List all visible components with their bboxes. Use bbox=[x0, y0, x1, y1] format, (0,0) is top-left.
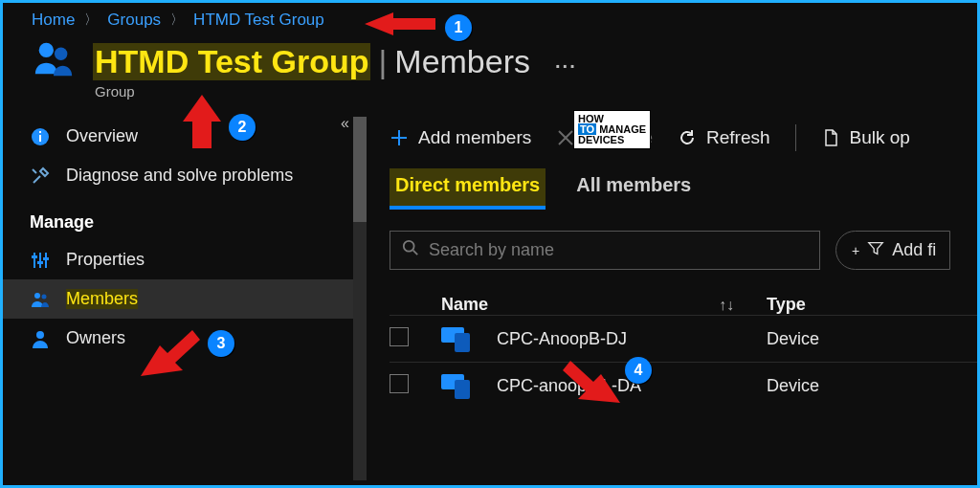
search-input[interactable] bbox=[429, 240, 808, 260]
watermark-logo: HOW TO MANAGE DEVICES bbox=[573, 110, 651, 149]
svg-rect-16 bbox=[455, 333, 470, 352]
wrench-icon bbox=[30, 166, 51, 186]
refresh-button[interactable]: Refresh bbox=[678, 127, 770, 148]
breadcrumb-groups[interactable]: Groups bbox=[107, 11, 161, 30]
svg-rect-8 bbox=[32, 255, 37, 258]
sidebar-item-label: Overview bbox=[66, 126, 138, 146]
svg-rect-6 bbox=[39, 253, 41, 268]
sidebar-item-diagnose[interactable]: Diagnose and solve problems bbox=[3, 156, 367, 195]
row-checkbox[interactable] bbox=[390, 374, 409, 393]
search-icon bbox=[402, 239, 419, 261]
add-members-button[interactable]: Add members bbox=[390, 127, 531, 148]
sidebar-item-label: Members bbox=[66, 289, 138, 309]
member-name: CPC-anoopb-L-DA bbox=[497, 376, 641, 396]
svg-point-0 bbox=[39, 43, 54, 57]
sidebar-item-label: Owners bbox=[66, 328, 125, 348]
svg-point-14 bbox=[404, 241, 414, 252]
chevron-right-icon: 〉 bbox=[84, 11, 98, 29]
search-input-wrapper[interactable] bbox=[390, 231, 820, 270]
toolbar-separator bbox=[795, 124, 796, 151]
sidebar-item-members[interactable]: Members bbox=[3, 279, 367, 319]
info-icon bbox=[30, 127, 51, 146]
breadcrumb: Home 〉 Groups 〉 HTMD Test Group bbox=[3, 3, 977, 33]
sidebar: « Overview Diagnose and solve problems M… bbox=[3, 117, 367, 480]
button-label: Refresh bbox=[706, 127, 770, 148]
sidebar-item-owners[interactable]: Owners bbox=[3, 319, 367, 358]
tab-direct-members[interactable]: Direct members bbox=[390, 168, 546, 210]
svg-rect-4 bbox=[39, 131, 41, 133]
svg-rect-10 bbox=[43, 257, 49, 260]
page-title: HTMD Test Group bbox=[93, 43, 370, 80]
sliders-icon bbox=[30, 251, 51, 270]
column-type[interactable]: Type bbox=[767, 295, 977, 315]
sidebar-item-label: Diagnose and solve problems bbox=[66, 166, 293, 186]
button-label: Bulk op bbox=[850, 127, 910, 148]
annotation-badge: 2 bbox=[229, 114, 256, 141]
svg-point-11 bbox=[34, 293, 40, 299]
device-icon bbox=[441, 325, 474, 352]
plus-icon bbox=[390, 128, 409, 147]
add-filter-button[interactable]: + Add fi bbox=[835, 231, 950, 270]
more-button[interactable]: ··· bbox=[555, 55, 577, 78]
svg-point-13 bbox=[36, 331, 44, 339]
column-name[interactable]: Name bbox=[441, 295, 719, 315]
annotation-badge: 3 bbox=[208, 330, 234, 357]
chevron-right-icon: 〉 bbox=[170, 11, 184, 29]
breadcrumb-home[interactable]: Home bbox=[32, 11, 75, 30]
button-label: Add fi bbox=[892, 240, 936, 260]
sidebar-section-manage: Manage bbox=[3, 195, 367, 240]
button-label: Add members bbox=[418, 127, 531, 148]
table-row[interactable]: CPC-AnoopB-DJ Device bbox=[390, 315, 977, 362]
member-type: Device bbox=[767, 376, 977, 396]
filter-icon bbox=[867, 239, 884, 261]
svg-point-12 bbox=[42, 294, 47, 299]
page-subtitle: Members bbox=[394, 43, 530, 80]
command-bar: Add members Remove Refresh Bulk op bbox=[390, 117, 977, 168]
sidebar-item-properties[interactable]: Properties bbox=[3, 240, 367, 279]
people-icon bbox=[30, 290, 51, 309]
tab-all-members[interactable]: All members bbox=[576, 168, 691, 210]
table-header: Name ↑↓ Type bbox=[390, 295, 977, 315]
member-type: Device bbox=[767, 329, 977, 349]
document-icon bbox=[821, 128, 840, 147]
bulk-operations-button[interactable]: Bulk op bbox=[821, 127, 910, 148]
annotation-badge: 1 bbox=[445, 14, 472, 41]
main-content: Add members Remove Refresh Bulk op bbox=[367, 117, 977, 480]
row-checkbox[interactable] bbox=[390, 327, 409, 346]
device-icon bbox=[441, 372, 474, 399]
sidebar-scrollbar[interactable] bbox=[353, 117, 367, 480]
sidebar-item-overview[interactable]: Overview bbox=[3, 117, 367, 156]
refresh-icon bbox=[678, 128, 697, 147]
page-header: HTMD Test Group | Members ··· bbox=[3, 33, 977, 85]
scrollbar-thumb[interactable] bbox=[353, 117, 367, 222]
table-row[interactable]: CPC-anoopb-L-DA Device bbox=[390, 362, 977, 409]
person-icon bbox=[30, 329, 51, 348]
collapse-sidebar-icon[interactable]: « bbox=[341, 115, 349, 132]
sidebar-item-label: Properties bbox=[66, 250, 145, 270]
breadcrumb-group-name[interactable]: HTMD Test Group bbox=[193, 11, 324, 30]
svg-rect-3 bbox=[39, 135, 41, 142]
member-tabs: Direct members All members bbox=[390, 168, 977, 210]
svg-rect-5 bbox=[33, 253, 35, 268]
sort-icon[interactable]: ↑↓ bbox=[719, 297, 767, 314]
entity-type-label: Group bbox=[3, 83, 977, 100]
annotation-badge: 4 bbox=[625, 357, 652, 384]
group-icon bbox=[32, 37, 76, 85]
svg-point-1 bbox=[55, 48, 67, 60]
svg-rect-18 bbox=[455, 380, 470, 399]
filter-plus-icon: + bbox=[852, 243, 859, 258]
title-separator: | bbox=[378, 43, 387, 80]
svg-rect-9 bbox=[37, 261, 43, 264]
member-name: CPC-AnoopB-DJ bbox=[497, 329, 627, 349]
